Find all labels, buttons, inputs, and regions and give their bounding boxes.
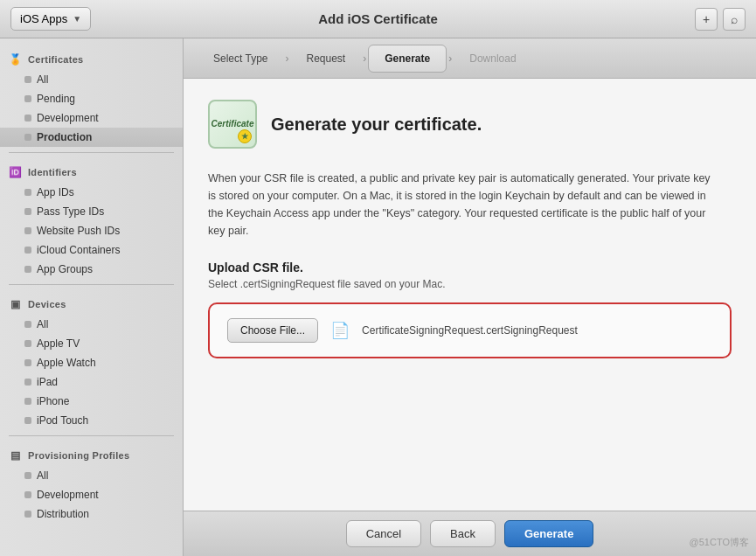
dot-icon (24, 134, 31, 141)
sidebar-item-iphone[interactable]: iPhone (0, 392, 183, 411)
steps-bar: Select Type › Request › Generate › Downl… (184, 38, 756, 79)
sidebar-item-cert-pending[interactable]: Pending (0, 89, 183, 108)
sidebar-item-label: Apple TV (37, 337, 80, 350)
sidebar-item-pass-type-ids[interactable]: Pass Type IDs (0, 202, 183, 221)
sidebar-item-label: Development (37, 489, 99, 501)
sidebar-item-label: App Groups (37, 263, 93, 275)
step-arrow-1: › (285, 52, 288, 65)
cancel-button[interactable]: Cancel (346, 520, 421, 547)
sidebar-section-certificates: 🏅 Certificates (0, 45, 183, 70)
dot-icon (24, 115, 31, 122)
sidebar-item-label: Pending (37, 93, 75, 105)
sidebar-item-app-groups[interactable]: App Groups (0, 260, 183, 279)
dot-icon (24, 189, 31, 196)
step-arrow-2: › (363, 52, 366, 65)
dot-icon (24, 95, 31, 102)
dot-icon (24, 247, 31, 254)
sidebar-item-label: iPhone (37, 395, 69, 407)
page-title: Add iOS Certificate (318, 11, 438, 26)
content-body: Certificate ★ Generate your certificate.… (184, 79, 756, 511)
dot-icon (24, 227, 31, 234)
sidebar-item-label: All (37, 318, 48, 330)
top-bar: iOS Apps ▼ Add iOS Certificate + ⌕ (0, 0, 756, 38)
sidebar: 🏅 Certificates All Pending Development P… (0, 38, 184, 556)
sidebar-section-devices: ▣ Devices (0, 290, 183, 315)
dot-icon (24, 379, 31, 386)
upload-subtitle: Select .certSigningRequest file saved on… (208, 278, 732, 290)
dot-icon (24, 491, 31, 498)
file-upload-box: Choose File... 📄 CertificateSigningReque… (208, 302, 732, 358)
sidebar-item-prov-all[interactable]: All (0, 466, 183, 485)
sidebar-item-website-push-ids[interactable]: Website Push IDs (0, 221, 183, 240)
sidebar-item-label: Distribution (37, 508, 89, 520)
step-select-type[interactable]: Select Type (198, 45, 283, 72)
sidebar-item-devices-all[interactable]: All (0, 315, 183, 334)
footer: Cancel Back Generate (184, 511, 756, 556)
sidebar-item-prov-development[interactable]: Development (0, 485, 183, 504)
sidebar-item-label: Development (37, 112, 99, 124)
cert-icon-text: Certificate (212, 119, 254, 129)
sidebar-item-cert-production[interactable]: Production (0, 128, 183, 147)
step-download[interactable]: Download (454, 45, 531, 72)
sidebar-item-label: All (37, 73, 48, 86)
dot-icon (24, 208, 31, 215)
sidebar-item-ipod-touch[interactable]: iPod Touch (0, 411, 183, 430)
generate-header: Certificate ★ Generate your certificate. (208, 100, 732, 149)
dot-icon (24, 321, 31, 328)
main-layout: 🏅 Certificates All Pending Development P… (0, 38, 756, 556)
certificates-icon: 🏅 (9, 52, 23, 66)
sidebar-divider-3 (9, 435, 174, 436)
provisioning-label: Provisioning Profiles (28, 450, 129, 461)
file-icon: 📄 (330, 321, 350, 340)
sidebar-item-label: Apple Watch (37, 357, 96, 369)
devices-label: Devices (28, 299, 66, 309)
generate-button[interactable]: Generate (504, 520, 593, 547)
sidebar-item-label: iPad (37, 376, 58, 388)
generate-title: Generate your certificate. (271, 115, 482, 135)
dot-icon (24, 417, 31, 424)
dot-icon (24, 511, 31, 518)
provisioning-icon: ▤ (9, 448, 23, 462)
upload-title: Upload CSR file. (208, 261, 732, 275)
dot-icon (24, 398, 31, 405)
back-button[interactable]: Back (430, 520, 496, 547)
sidebar-item-label: Website Push IDs (37, 225, 120, 237)
ios-apps-dropdown[interactable]: iOS Apps ▼ (10, 7, 91, 31)
content-area: Select Type › Request › Generate › Downl… (184, 38, 756, 556)
dropdown-chevron-icon: ▼ (73, 14, 81, 24)
dot-icon (24, 340, 31, 347)
dot-icon (24, 359, 31, 366)
sidebar-item-label: iPod Touch (37, 414, 88, 427)
step-request-label: Request (306, 52, 345, 65)
watermark: @51CTO博客 (690, 536, 749, 549)
step-request[interactable]: Request (290, 45, 361, 72)
sidebar-item-apple-tv[interactable]: Apple TV (0, 334, 183, 353)
sidebar-item-app-ids[interactable]: App IDs (0, 183, 183, 202)
sidebar-divider-1 (9, 152, 174, 153)
search-button[interactable]: ⌕ (723, 8, 746, 31)
choose-file-button[interactable]: Choose File... (227, 318, 318, 343)
sidebar-item-icloud-containers[interactable]: iCloud Containers (0, 240, 183, 260)
identifiers-icon: 🆔 (9, 165, 23, 179)
sidebar-item-label: Production (37, 131, 92, 143)
add-button[interactable]: + (695, 8, 718, 31)
identifiers-label: Identifiers (28, 167, 77, 177)
dot-icon (24, 472, 31, 479)
step-select-type-label: Select Type (213, 52, 267, 65)
sidebar-item-ipad[interactable]: iPad (0, 372, 183, 392)
sidebar-item-prov-distribution[interactable]: Distribution (0, 504, 183, 524)
top-bar-icons: + ⌕ (695, 8, 746, 31)
description-text: When your CSR file is created, a public … (208, 170, 715, 240)
ios-apps-label: iOS Apps (20, 12, 67, 25)
step-generate[interactable]: Generate (368, 45, 447, 73)
sidebar-item-apple-watch[interactable]: Apple Watch (0, 353, 183, 372)
step-arrow-3: › (448, 52, 452, 65)
sidebar-item-label: All (37, 469, 48, 482)
dot-icon (24, 76, 31, 83)
sidebar-item-cert-all[interactable]: All (0, 70, 183, 89)
sidebar-item-label: iCloud Containers (37, 244, 120, 256)
dot-icon (24, 266, 31, 273)
sidebar-item-cert-development[interactable]: Development (0, 108, 183, 128)
sidebar-item-label: Pass Type IDs (37, 205, 104, 218)
sidebar-section-identifiers: 🆔 Identifiers (0, 158, 183, 183)
